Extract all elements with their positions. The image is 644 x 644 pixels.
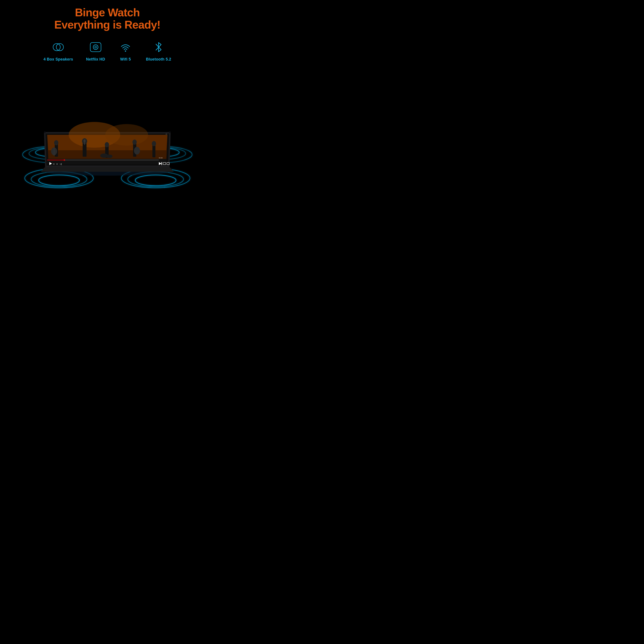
svg-rect-42 (64, 160, 159, 160)
svg-point-1 (56, 44, 63, 51)
features-row: 4 Box Speakers Netflix HD (0, 39, 215, 62)
bluetooth-icon (151, 39, 166, 55)
svg-rect-37 (152, 145, 155, 157)
title-line1: Binge Watch (54, 6, 160, 19)
speakers-icon (51, 39, 66, 55)
title-section: Binge Watch Everything is Ready! (54, 6, 160, 31)
svg-text:◁): ◁) (60, 163, 62, 165)
title-line2: Everything is Ready! (54, 19, 160, 31)
netflix-icon (88, 39, 103, 55)
svg-rect-53 (44, 131, 46, 133)
wifi-label: Wifi 5 (120, 57, 131, 62)
svg-rect-40 (47, 160, 64, 160)
netflix-label: Netflix HD (86, 57, 105, 62)
svg-text:⊙: ⊙ (53, 163, 55, 165)
feature-speakers: 4 Box Speakers (43, 39, 73, 62)
svg-point-15 (135, 175, 176, 186)
tablet-area: ⊙ ⊙ ◁) 54:40 (19, 99, 195, 197)
svg-point-0 (53, 44, 60, 51)
svg-rect-48 (161, 162, 162, 165)
svg-point-38 (152, 141, 156, 146)
wifi-icon (118, 39, 133, 55)
svg-point-5 (95, 47, 96, 47)
svg-point-6 (125, 50, 126, 52)
svg-text:54:40: 54:40 (159, 157, 163, 159)
feature-bluetooth: Bluetooth 5.2 (146, 39, 171, 62)
svg-point-35 (132, 140, 137, 145)
main-container: Binge Watch Everything is Ready! 4 Box S… (0, 0, 215, 215)
bluetooth-label: Bluetooth 5.2 (146, 57, 171, 62)
svg-point-36 (134, 147, 140, 155)
svg-point-29 (84, 139, 86, 142)
svg-rect-54 (169, 131, 171, 133)
svg-point-9 (39, 175, 79, 186)
speakers-label: 4 Box Speakers (43, 57, 73, 62)
svg-point-31 (105, 142, 109, 147)
svg-text:⊙: ⊙ (56, 163, 58, 165)
feature-wifi: Wifi 5 (118, 39, 133, 62)
svg-point-21 (105, 124, 148, 146)
svg-point-33 (106, 155, 112, 158)
feature-netflix: Netflix HD (86, 39, 105, 62)
svg-point-52 (166, 133, 167, 135)
svg-point-23 (54, 140, 58, 145)
